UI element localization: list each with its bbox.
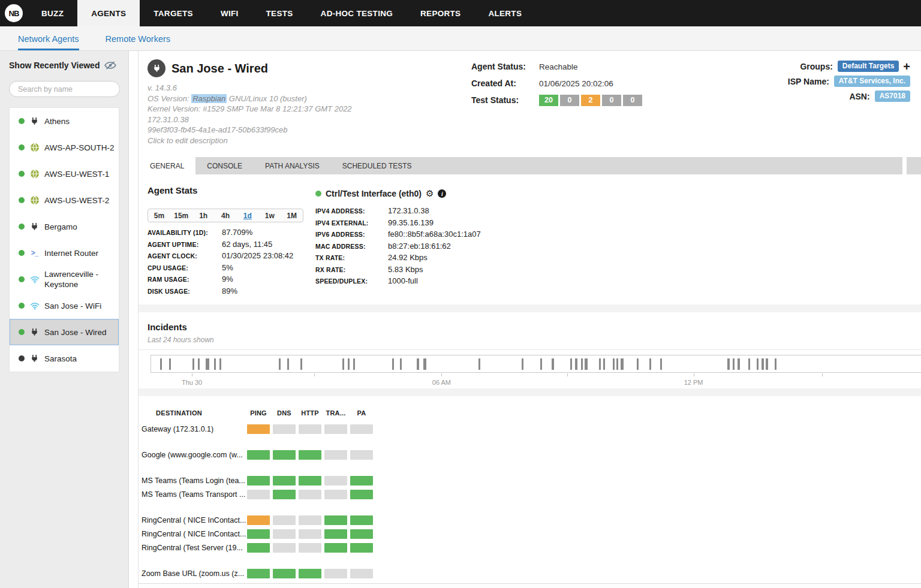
test-status-cell[interactable] xyxy=(324,515,347,525)
incident-bar[interactable] xyxy=(613,358,615,370)
test-status-cell[interactable] xyxy=(247,543,270,553)
sidebar-item-bergamo[interactable]: Bergamo xyxy=(10,213,119,240)
incident-bar[interactable] xyxy=(775,358,776,370)
destination-name[interactable]: RingCentral ( NICE InContact... xyxy=(142,516,247,524)
incident-bar[interactable] xyxy=(400,358,402,370)
incident-bar[interactable] xyxy=(300,358,302,370)
tab-console[interactable]: CONSOLE xyxy=(195,157,254,174)
test-status-badge[interactable]: 0 xyxy=(623,95,642,106)
test-status-cell[interactable] xyxy=(350,529,373,539)
test-status-cell[interactable] xyxy=(299,450,321,460)
destination-name[interactable]: Zoom Base URL (zoom.us (z... xyxy=(142,569,247,578)
time-range-5m[interactable]: 5m xyxy=(148,209,170,222)
sidebar-item-sarasota[interactable]: Sarasota xyxy=(10,345,119,372)
edit-description-link[interactable]: Click to edit description xyxy=(148,135,352,146)
time-range-1h[interactable]: 1h xyxy=(192,209,215,222)
nav-item-ad-hoc-testing[interactable]: AD-HOC TESTING xyxy=(307,0,407,26)
incident-bar[interactable] xyxy=(353,358,355,370)
test-status-cell[interactable] xyxy=(324,476,347,486)
incident-bar[interactable] xyxy=(552,358,554,370)
test-status-cell[interactable] xyxy=(350,543,373,553)
incidents-timeline[interactable]: Thu 3006 AM12 PM xyxy=(151,355,921,373)
incident-bar[interactable] xyxy=(637,358,639,370)
sidebar-item-internet-router[interactable]: >_ Internet Router xyxy=(10,240,119,266)
incident-bar[interactable] xyxy=(478,358,480,370)
tab-path-analysis[interactable]: PATH ANALYSIS xyxy=(254,157,331,174)
test-status-cell[interactable] xyxy=(273,515,296,525)
incident-bar[interactable] xyxy=(417,358,419,370)
test-status-badge[interactable]: 0 xyxy=(602,95,621,106)
destination-name[interactable]: Gateway (172.31.0.1) xyxy=(142,425,247,433)
incident-bar[interactable] xyxy=(585,358,588,370)
brand[interactable]: NB xyxy=(0,0,28,26)
test-status-cell[interactable] xyxy=(350,515,373,525)
test-status-cell[interactable] xyxy=(273,476,296,486)
incident-bar[interactable] xyxy=(599,358,601,370)
test-status-cell[interactable] xyxy=(299,424,321,434)
sidebar-item-aws-ap-south-2[interactable]: AWS-AP-SOUTH-2 xyxy=(10,134,119,161)
test-status-cell[interactable] xyxy=(247,450,270,460)
test-status-cell[interactable] xyxy=(273,490,296,499)
incident-bar[interactable] xyxy=(660,358,662,370)
test-status-cell[interactable] xyxy=(324,543,347,553)
test-status-cell[interactable] xyxy=(247,569,270,578)
group-badge[interactable]: Default Targets xyxy=(838,61,899,72)
test-status-cell[interactable] xyxy=(350,424,373,434)
incident-bar[interactable] xyxy=(603,358,605,370)
nav-item-tests[interactable]: TESTS xyxy=(252,0,307,26)
test-status-cell[interactable] xyxy=(324,424,347,434)
incident-bar[interactable] xyxy=(570,358,572,370)
search-input[interactable] xyxy=(9,81,120,97)
incident-bar[interactable] xyxy=(616,358,618,370)
subnav-item-network-agents[interactable]: Network Agents xyxy=(18,34,79,50)
tab-scheduled-tests[interactable]: SCHEDULED TESTS xyxy=(331,157,423,174)
test-status-cell[interactable] xyxy=(247,529,270,539)
destination-name[interactable]: RingCentral ( NICE InContact... xyxy=(142,530,247,538)
time-range-15m[interactable]: 15m xyxy=(170,209,192,222)
sidebar-item-athens[interactable]: Athens xyxy=(10,108,119,134)
destination-name[interactable]: MS Teams (Teams Transport ... xyxy=(142,490,247,499)
test-status-cell[interactable] xyxy=(273,450,296,460)
nav-item-targets[interactable]: TARGETS xyxy=(140,0,207,26)
test-status-cell[interactable] xyxy=(350,569,373,578)
sidebar-item-lawrenceville-keystone[interactable]: Lawrenceville - Keystone xyxy=(10,266,119,293)
incident-bar[interactable] xyxy=(192,358,194,370)
show-recently-viewed-toggle[interactable]: Show Recently Viewed xyxy=(0,51,128,70)
sidebar-item-aws-us-west-2[interactable]: AWS-US-WEST-2 xyxy=(10,187,119,213)
test-status-cell[interactable] xyxy=(324,490,347,499)
sidebar-item-san-jose-wired[interactable]: San Jose - Wired xyxy=(10,319,119,345)
nav-item-alerts[interactable]: ALERTS xyxy=(474,0,535,26)
incident-bar[interactable] xyxy=(762,358,764,370)
test-status-cell[interactable] xyxy=(299,529,321,539)
incident-bar[interactable] xyxy=(160,358,162,370)
destination-name[interactable]: RingCentral (Test Server (19... xyxy=(142,544,247,552)
test-status-cell[interactable] xyxy=(324,450,347,460)
incident-bar[interactable] xyxy=(392,358,394,370)
incident-bar[interactable] xyxy=(727,358,730,370)
destination-name[interactable]: Google (www.google.com (w... xyxy=(142,451,247,459)
incident-bar[interactable] xyxy=(214,358,216,370)
test-status-cell[interactable] xyxy=(324,529,347,539)
incident-bar[interactable] xyxy=(279,358,281,370)
time-range-4h[interactable]: 4h xyxy=(215,209,237,222)
info-icon[interactable]: i xyxy=(438,189,446,198)
incident-bar[interactable] xyxy=(219,358,221,370)
destination-name[interactable]: MS Teams (Teams Login (tea... xyxy=(142,477,247,485)
incident-bar[interactable] xyxy=(621,358,624,370)
nav-item-wifi[interactable]: WIFI xyxy=(207,0,252,26)
gear-icon[interactable]: ⚙ xyxy=(426,189,434,198)
test-status-cell[interactable] xyxy=(299,476,321,486)
test-status-cell[interactable] xyxy=(247,476,270,486)
incident-bar[interactable] xyxy=(649,358,651,370)
incident-bar[interactable] xyxy=(733,358,735,370)
incident-bar[interactable] xyxy=(287,358,289,370)
add-group-button[interactable]: + xyxy=(903,62,910,71)
incident-bar[interactable] xyxy=(206,358,209,370)
test-status-badge[interactable]: 20 xyxy=(539,95,558,106)
incident-bar[interactable] xyxy=(581,358,583,370)
incident-bar[interactable] xyxy=(198,358,200,370)
test-status-cell[interactable] xyxy=(299,569,321,578)
test-status-badge[interactable]: 2 xyxy=(581,95,600,106)
incident-bar[interactable] xyxy=(738,358,740,370)
time-range-1w[interactable]: 1w xyxy=(258,209,281,222)
